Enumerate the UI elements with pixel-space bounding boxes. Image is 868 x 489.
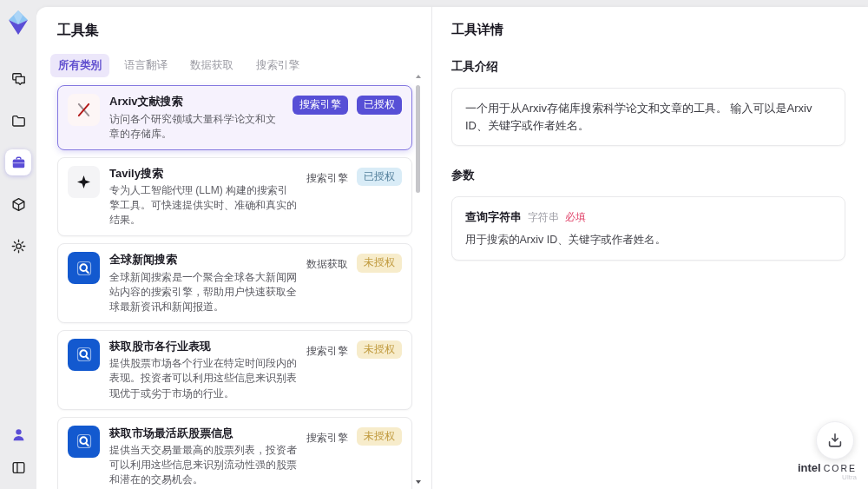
- sidebar-item-profile[interactable]: [5, 421, 31, 447]
- tool-name: Tavily搜索: [109, 166, 297, 182]
- sidebar-item-files[interactable]: [5, 108, 31, 134]
- tool-info: Arxiv文献搜索访问各个研究领域大量科学论文和文章的存储库。: [109, 94, 283, 142]
- tavily-icon: [68, 166, 100, 198]
- tab-category-0[interactable]: 所有类别: [50, 54, 109, 77]
- param-type: 字符串: [528, 210, 559, 225]
- sidebar-item-panel-toggle[interactable]: [5, 454, 31, 480]
- tool-name: 获取市场最活跃股票信息: [109, 426, 297, 441]
- intel-core-logo: intel CORE Ultra: [798, 462, 857, 482]
- bluesearch-icon: [68, 339, 100, 371]
- tool-info: 获取市场最活跃股票信息提供当天交易量最高的股票列表，投资者可以利用这些信息来识别…: [109, 426, 297, 488]
- category-label: 搜索引擎: [306, 427, 348, 446]
- auth-badge: 已授权: [357, 168, 402, 187]
- param-name: 查询字符串: [465, 209, 522, 225]
- bluesearch-icon: [68, 252, 100, 284]
- params-heading: 参数: [451, 168, 845, 183]
- toolset-title: 工具集: [36, 22, 431, 40]
- intel-wordmark: intel: [798, 462, 821, 474]
- layout-icon: [10, 459, 27, 476]
- tab-category-3[interactable]: 搜索引擎: [248, 54, 307, 77]
- param-description: 用于搜索的Arxiv ID、关键字或作者姓名。: [465, 233, 832, 248]
- folder-icon: [10, 113, 27, 129]
- scroll-down-icon[interactable]: [416, 480, 421, 484]
- tool-name: 全球新闻搜索: [109, 252, 297, 268]
- param-required-badge: 必填: [565, 210, 586, 225]
- ultra-wordmark: Ultra: [798, 474, 857, 482]
- sidebar-nav-bottom: [5, 421, 31, 480]
- tool-description: 全球新闻搜索是一个聚合全球各大新闻网站内容的搜索引擎，帮助用户快速获取全球最新资…: [109, 270, 297, 314]
- intro-text: 一个用于从Arxiv存储库搜索科学论文和文章的工具。 输入可以是Arxiv ID…: [465, 102, 812, 132]
- param-card: 查询字符串 字符串 必填 用于搜索的Arxiv ID、关键字或作者姓名。: [451, 196, 845, 261]
- gear-icon: [10, 238, 27, 254]
- tool-badges: 搜索引擎未授权: [306, 339, 402, 401]
- tool-card[interactable]: Arxiv文献搜索访问各个研究领域大量科学论文和文章的存储库。搜索引擎已授权: [57, 85, 412, 150]
- bluesearch-icon: [68, 426, 100, 458]
- app-logo-icon: [6, 9, 30, 36]
- tool-info: 全球新闻搜索全球新闻搜索是一个聚合全球各大新闻网站内容的搜索引擎，帮助用户快速获…: [109, 252, 297, 314]
- sidebar: [0, 0, 36, 489]
- tool-badges: 搜索引擎未授权: [306, 426, 402, 488]
- sidebar-nav-top: [5, 66, 31, 259]
- tool-badges: 搜索引擎已授权: [306, 166, 402, 228]
- tool-info: Tavily搜索专为人工智能代理 (LLM) 构建的搜索引擎工具。可快速提供实时…: [109, 166, 297, 228]
- cube-icon: [10, 196, 27, 213]
- category-label: 数据获取: [306, 254, 348, 272]
- tool-description: 专为人工智能代理 (LLM) 构建的搜索引擎工具。可快速提供实时、准确和真实的结…: [109, 183, 297, 228]
- tool-list: Arxiv文献搜索访问各个研究领域大量科学论文和文章的存储库。搜索引擎已授权Ta…: [36, 81, 431, 489]
- auth-badge: 未授权: [357, 254, 402, 273]
- briefcase-icon: [10, 155, 27, 171]
- tool-name: Arxiv文献搜索: [109, 94, 283, 109]
- scroll-up-icon[interactable]: [416, 75, 421, 78]
- category-label: 搜索引擎: [306, 168, 348, 186]
- auth-badge: 已授权: [357, 96, 402, 115]
- tool-description: 提供股票市场各个行业在特定时间段内的表现。投资者可以利用这些信息来识别表现优于或…: [109, 356, 297, 400]
- arxiv-icon: [68, 94, 100, 126]
- download-icon: [825, 431, 845, 450]
- tool-badges: 搜索引擎已授权: [293, 94, 402, 142]
- sidebar-item-chat[interactable]: [5, 66, 31, 92]
- tool-card[interactable]: Tavily搜索专为人工智能代理 (LLM) 构建的搜索引擎工具。可快速提供实时…: [57, 157, 412, 237]
- scrollbar-thumb[interactable]: [416, 85, 420, 193]
- user-icon: [10, 426, 27, 443]
- auth-badge: 未授权: [357, 427, 402, 446]
- tab-category-1[interactable]: 语言翻译: [116, 54, 175, 77]
- download-button[interactable]: [816, 421, 854, 459]
- tool-badges: 数据获取未授权: [306, 252, 402, 314]
- category-badge: 搜索引擎: [293, 96, 348, 115]
- tool-name: 获取股市各行业表现: [109, 339, 297, 354]
- core-wordmark: CORE: [824, 464, 857, 474]
- tool-card[interactable]: 获取市场最活跃股票信息提供当天交易量最高的股票列表，投资者可以利用这些信息来识别…: [57, 417, 412, 489]
- tool-description: 访问各个研究领域大量科学论文和文章的存储库。: [109, 112, 283, 142]
- auth-badge: 未授权: [357, 340, 402, 360]
- chat-icon: [10, 71, 27, 88]
- tool-details-panel: 工具详情 工具介绍 一个用于从Arxiv存储库搜索科学论文和文章的工具。 输入可…: [432, 7, 868, 489]
- sidebar-item-toolset[interactable]: [5, 149, 31, 175]
- tool-card[interactable]: 全球新闻搜索全球新闻搜索是一个聚合全球各大新闻网站内容的搜索引擎，帮助用户快速获…: [57, 243, 412, 323]
- tool-info: 获取股市各行业表现提供股票市场各个行业在特定时间段内的表现。投资者可以利用这些信…: [109, 339, 297, 401]
- tool-description: 提供当天交易量最高的股票列表，投资者可以利用这些信息来识别流动性强的股票和潜在的…: [109, 443, 297, 487]
- intro-heading: 工具介绍: [451, 59, 845, 75]
- main-content: 工具集 所有类别语言翻译数据获取搜索引擎 Arxiv文献搜索访问各个研究领域大量…: [36, 7, 868, 489]
- category-label: 搜索引擎: [306, 340, 348, 359]
- tool-card[interactable]: 获取股市各行业表现提供股票市场各个行业在特定时间段内的表现。投资者可以利用这些信…: [57, 330, 412, 410]
- tool-list-scrollbar[interactable]: [415, 75, 421, 486]
- details-title: 工具详情: [451, 22, 845, 38]
- tab-category-2[interactable]: 数据获取: [182, 54, 241, 77]
- toolset-panel: 工具集 所有类别语言翻译数据获取搜索引擎 Arxiv文献搜索访问各个研究领域大量…: [36, 7, 432, 489]
- category-tabs: 所有类别语言翻译数据获取搜索引擎: [36, 55, 431, 76]
- sidebar-item-models[interactable]: [5, 191, 31, 217]
- sidebar-item-settings[interactable]: [5, 233, 31, 259]
- intro-card: 一个用于从Arxiv存储库搜索科学论文和文章的工具。 输入可以是Arxiv ID…: [451, 88, 845, 146]
